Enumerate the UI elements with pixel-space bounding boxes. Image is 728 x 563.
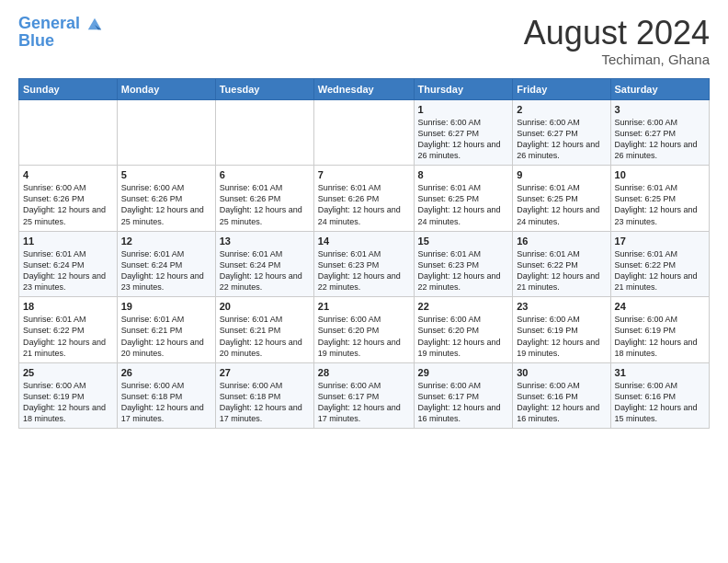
day-number: 14 bbox=[318, 236, 410, 247]
day-info: Sunrise: 6:01 AM Sunset: 6:24 PM Dayligh… bbox=[23, 248, 113, 293]
day-cell: 11Sunrise: 6:01 AM Sunset: 6:24 PM Dayli… bbox=[19, 231, 118, 297]
day-cell: 31Sunrise: 6:00 AM Sunset: 6:16 PM Dayli… bbox=[610, 362, 709, 429]
header: General Blue August 2024 Techiman, Ghana bbox=[18, 15, 710, 67]
day-cell: 26Sunrise: 6:00 AM Sunset: 6:18 PM Dayli… bbox=[117, 362, 215, 429]
day-cell: 15Sunrise: 6:01 AM Sunset: 6:23 PM Dayli… bbox=[414, 231, 513, 297]
week-row-3: 11Sunrise: 6:01 AM Sunset: 6:24 PM Dayli… bbox=[19, 231, 710, 297]
day-number: 12 bbox=[121, 236, 211, 247]
day-cell: 7Sunrise: 6:01 AM Sunset: 6:26 PM Daylig… bbox=[313, 166, 414, 232]
day-number: 23 bbox=[517, 301, 606, 312]
day-info: Sunrise: 6:00 AM Sunset: 6:16 PM Dayligh… bbox=[615, 380, 705, 425]
day-cell: 18Sunrise: 6:01 AM Sunset: 6:22 PM Dayli… bbox=[19, 297, 118, 363]
day-number: 6 bbox=[220, 169, 310, 180]
day-info: Sunrise: 6:00 AM Sunset: 6:19 PM Dayligh… bbox=[615, 314, 705, 359]
day-cell: 23Sunrise: 6:00 AM Sunset: 6:19 PM Dayli… bbox=[513, 297, 610, 363]
day-number: 22 bbox=[418, 301, 509, 312]
logo-icon bbox=[86, 16, 103, 32]
day-cell: 6Sunrise: 6:01 AM Sunset: 6:26 PM Daylig… bbox=[215, 166, 313, 232]
week-row-5: 25Sunrise: 6:00 AM Sunset: 6:19 PM Dayli… bbox=[19, 362, 710, 429]
day-cell bbox=[313, 99, 414, 166]
day-info: Sunrise: 6:00 AM Sunset: 6:26 PM Dayligh… bbox=[23, 182, 113, 227]
day-number: 18 bbox=[23, 301, 113, 312]
day-info: Sunrise: 6:00 AM Sunset: 6:27 PM Dayligh… bbox=[418, 117, 509, 162]
day-cell: 17Sunrise: 6:01 AM Sunset: 6:22 PM Dayli… bbox=[610, 231, 709, 297]
day-info: Sunrise: 6:01 AM Sunset: 6:25 PM Dayligh… bbox=[418, 182, 509, 227]
day-info: Sunrise: 6:00 AM Sunset: 6:20 PM Dayligh… bbox=[418, 314, 509, 359]
day-cell: 25Sunrise: 6:00 AM Sunset: 6:19 PM Dayli… bbox=[19, 362, 118, 429]
logo: General Blue bbox=[18, 15, 103, 51]
day-info: Sunrise: 6:01 AM Sunset: 6:25 PM Dayligh… bbox=[517, 182, 606, 227]
day-info: Sunrise: 6:00 AM Sunset: 6:19 PM Dayligh… bbox=[23, 380, 113, 425]
day-cell: 2Sunrise: 6:00 AM Sunset: 6:27 PM Daylig… bbox=[513, 99, 610, 166]
day-info: Sunrise: 6:00 AM Sunset: 6:17 PM Dayligh… bbox=[318, 380, 410, 425]
day-number: 3 bbox=[615, 104, 705, 115]
day-cell: 8Sunrise: 6:01 AM Sunset: 6:25 PM Daylig… bbox=[414, 166, 513, 232]
day-number: 8 bbox=[418, 169, 509, 180]
day-info: Sunrise: 6:01 AM Sunset: 6:26 PM Dayligh… bbox=[318, 182, 410, 227]
day-info: Sunrise: 6:00 AM Sunset: 6:19 PM Dayligh… bbox=[517, 314, 606, 359]
day-info: Sunrise: 6:00 AM Sunset: 6:18 PM Dayligh… bbox=[220, 380, 310, 425]
day-info: Sunrise: 6:01 AM Sunset: 6:26 PM Dayligh… bbox=[220, 182, 310, 227]
subtitle: Techiman, Ghana bbox=[524, 52, 710, 67]
day-number: 10 bbox=[615, 169, 705, 180]
day-info: Sunrise: 6:01 AM Sunset: 6:23 PM Dayligh… bbox=[418, 248, 509, 293]
day-number: 19 bbox=[121, 301, 211, 312]
day-number: 1 bbox=[418, 104, 509, 115]
header-row: SundayMondayTuesdayWednesdayThursdayFrid… bbox=[19, 78, 710, 99]
day-number: 11 bbox=[23, 236, 113, 247]
day-number: 2 bbox=[517, 104, 606, 115]
day-number: 5 bbox=[121, 169, 211, 180]
day-cell: 28Sunrise: 6:00 AM Sunset: 6:17 PM Dayli… bbox=[313, 362, 414, 429]
title-block: August 2024 Techiman, Ghana bbox=[524, 15, 710, 67]
day-cell: 21Sunrise: 6:00 AM Sunset: 6:20 PM Dayli… bbox=[313, 297, 414, 363]
day-cell: 19Sunrise: 6:01 AM Sunset: 6:21 PM Dayli… bbox=[117, 297, 215, 363]
day-info: Sunrise: 6:00 AM Sunset: 6:20 PM Dayligh… bbox=[318, 314, 410, 359]
col-header-thursday: Thursday bbox=[414, 78, 513, 99]
day-number: 4 bbox=[23, 169, 113, 180]
day-info: Sunrise: 6:00 AM Sunset: 6:17 PM Dayligh… bbox=[418, 380, 509, 425]
day-info: Sunrise: 6:01 AM Sunset: 6:21 PM Dayligh… bbox=[121, 314, 211, 359]
day-number: 25 bbox=[23, 367, 113, 378]
day-number: 24 bbox=[615, 301, 705, 312]
day-number: 13 bbox=[220, 236, 310, 247]
col-header-friday: Friday bbox=[513, 78, 610, 99]
day-number: 20 bbox=[220, 301, 310, 312]
day-info: Sunrise: 6:01 AM Sunset: 6:23 PM Dayligh… bbox=[318, 248, 410, 293]
week-row-1: 1Sunrise: 6:00 AM Sunset: 6:27 PM Daylig… bbox=[19, 99, 710, 166]
day-number: 7 bbox=[318, 169, 410, 180]
day-number: 15 bbox=[418, 236, 509, 247]
day-cell: 13Sunrise: 6:01 AM Sunset: 6:24 PM Dayli… bbox=[215, 231, 313, 297]
day-cell: 22Sunrise: 6:00 AM Sunset: 6:20 PM Dayli… bbox=[414, 297, 513, 363]
day-cell bbox=[19, 99, 118, 166]
logo-text: General bbox=[18, 15, 103, 33]
day-cell: 30Sunrise: 6:00 AM Sunset: 6:16 PM Dayli… bbox=[513, 362, 610, 429]
day-cell bbox=[215, 99, 313, 166]
day-cell: 24Sunrise: 6:00 AM Sunset: 6:19 PM Dayli… bbox=[610, 297, 709, 363]
day-number: 16 bbox=[517, 236, 606, 247]
day-number: 26 bbox=[121, 367, 211, 378]
day-info: Sunrise: 6:01 AM Sunset: 6:22 PM Dayligh… bbox=[615, 248, 705, 293]
day-info: Sunrise: 6:01 AM Sunset: 6:22 PM Dayligh… bbox=[517, 248, 606, 293]
svg-marker-0 bbox=[88, 18, 101, 30]
week-row-2: 4Sunrise: 6:00 AM Sunset: 6:26 PM Daylig… bbox=[19, 166, 710, 232]
month-title: August 2024 bbox=[524, 15, 710, 52]
col-header-wednesday: Wednesday bbox=[313, 78, 414, 99]
page: General Blue August 2024 Techiman, Ghana… bbox=[0, 0, 728, 438]
day-cell: 3Sunrise: 6:00 AM Sunset: 6:27 PM Daylig… bbox=[610, 99, 709, 166]
day-cell: 14Sunrise: 6:01 AM Sunset: 6:23 PM Dayli… bbox=[313, 231, 414, 297]
day-cell: 4Sunrise: 6:00 AM Sunset: 6:26 PM Daylig… bbox=[19, 166, 118, 232]
day-number: 21 bbox=[318, 301, 410, 312]
day-cell: 27Sunrise: 6:00 AM Sunset: 6:18 PM Dayli… bbox=[215, 362, 313, 429]
logo-line2: Blue bbox=[18, 31, 103, 51]
col-header-tuesday: Tuesday bbox=[215, 78, 313, 99]
day-cell: 5Sunrise: 6:00 AM Sunset: 6:26 PM Daylig… bbox=[117, 166, 215, 232]
day-info: Sunrise: 6:00 AM Sunset: 6:16 PM Dayligh… bbox=[517, 380, 606, 425]
day-info: Sunrise: 6:00 AM Sunset: 6:27 PM Dayligh… bbox=[517, 117, 606, 162]
day-info: Sunrise: 6:01 AM Sunset: 6:22 PM Dayligh… bbox=[23, 314, 113, 359]
day-info: Sunrise: 6:01 AM Sunset: 6:25 PM Dayligh… bbox=[615, 182, 705, 227]
col-header-sunday: Sunday bbox=[19, 78, 118, 99]
day-info: Sunrise: 6:00 AM Sunset: 6:27 PM Dayligh… bbox=[615, 117, 705, 162]
day-cell: 10Sunrise: 6:01 AM Sunset: 6:25 PM Dayli… bbox=[610, 166, 709, 232]
col-header-monday: Monday bbox=[117, 78, 215, 99]
day-number: 9 bbox=[517, 169, 606, 180]
